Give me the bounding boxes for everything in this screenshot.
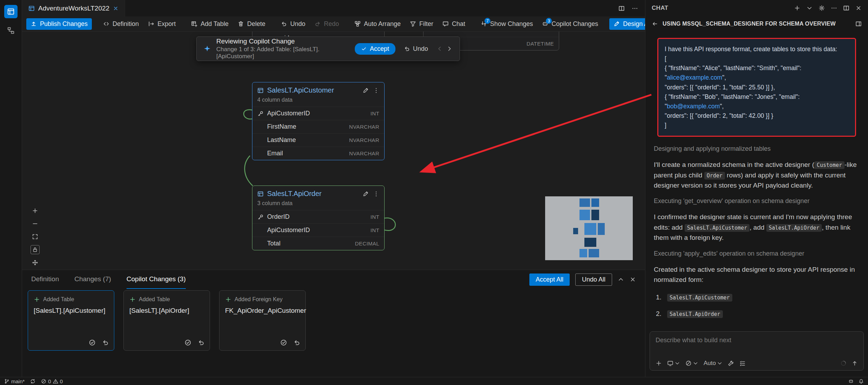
pan-mode-button[interactable] xyxy=(30,258,40,267)
undo-all-button[interactable]: Undo All xyxy=(575,273,612,286)
toolbar-button-show-changes[interactable]: 7Show Changes xyxy=(476,18,537,30)
accept-change-button[interactable]: Accept xyxy=(355,43,395,55)
previous-change-icon[interactable] xyxy=(436,46,443,52)
mode-picker[interactable] xyxy=(685,360,698,366)
toolbar-button-export[interactable]: Export xyxy=(144,18,180,30)
toolbar-button-definition[interactable]: Definition xyxy=(99,18,143,30)
column-name: Email xyxy=(267,150,283,157)
open-chat-editor-icon[interactable] xyxy=(843,5,849,11)
split-editor-icon[interactable] xyxy=(618,5,625,12)
discard-change-icon[interactable] xyxy=(198,339,205,346)
list-marker: 2. xyxy=(656,310,663,318)
toolbar-button-delete[interactable]: Delete xyxy=(233,18,270,30)
panel-tab-copilot-changes-3[interactable]: Copilot Changes (3) xyxy=(127,270,186,289)
add-table-icon xyxy=(191,21,197,27)
activity-schema-visualizer[interactable] xyxy=(4,24,18,37)
column-row[interactable]: TotalDECIMAL xyxy=(252,237,384,250)
change-card-saleslt-apiorder[interactable]: Added Table[SalesLT].[ApiOrder] xyxy=(123,290,210,351)
diff-added-icon xyxy=(129,296,136,303)
sync-indicator[interactable] xyxy=(30,379,35,384)
toolbar-button-label: Delete xyxy=(247,20,265,28)
branch-name: main* xyxy=(11,378,25,384)
code-chip: Order xyxy=(704,172,725,180)
toolbar-button-auto-arrange[interactable]: Auto Arrange xyxy=(350,18,405,30)
model-picker[interactable]: Auto xyxy=(704,360,723,367)
table-designer-icon xyxy=(7,8,15,15)
table-menu-icon[interactable] xyxy=(373,191,379,197)
chat-more-icon[interactable] xyxy=(831,5,837,11)
column-name: FirstName xyxy=(267,123,296,130)
chat-input-box[interactable]: Describe what to build next Auto xyxy=(650,331,864,371)
tasklist-icon[interactable] xyxy=(739,360,746,366)
discard-change-icon[interactable] xyxy=(293,339,300,346)
close-chat-icon[interactable] xyxy=(855,5,862,11)
close-tab-icon[interactable] xyxy=(113,6,118,11)
change-name: [SalesLT].[ApiOrder] xyxy=(129,307,204,315)
chat-settings-icon[interactable] xyxy=(819,5,825,11)
collapse-panel-icon[interactable] xyxy=(618,276,624,283)
design-icon xyxy=(613,21,620,27)
device-picker[interactable] xyxy=(667,360,680,366)
toolbar-button-filter[interactable]: Filter xyxy=(406,18,438,30)
panel-tab-changes-7[interactable]: Changes (7) xyxy=(74,270,111,289)
table-menu-icon[interactable] xyxy=(373,87,379,94)
back-icon[interactable] xyxy=(652,21,658,27)
new-chat-icon[interactable] xyxy=(794,5,800,11)
column-type: DECIMAL xyxy=(355,241,379,246)
tab-adventureworks[interactable]: AdventureWorksLT2022 xyxy=(22,0,125,16)
toolbar-button-copilot-changes[interactable]: 3Copilot Changes xyxy=(538,18,602,30)
toolbar-button-publish-changes[interactable]: Publish Changes xyxy=(26,18,92,30)
table-meta: 3 column data xyxy=(252,200,384,210)
activity-schema-designer[interactable] xyxy=(4,5,18,18)
tools-icon[interactable] xyxy=(728,360,734,366)
changes-panel: DefinitionChanges (7)Copilot Changes (3)… xyxy=(22,270,645,377)
edit-table-icon[interactable] xyxy=(362,191,369,197)
attach-context-icon[interactable] xyxy=(656,360,662,366)
more-actions-icon[interactable] xyxy=(632,5,638,12)
change-name: [SalesLT].[ApiCustomer] xyxy=(34,307,108,315)
discard-change-icon[interactable] xyxy=(102,339,109,346)
column-row[interactable]: EmailNVARCHAR xyxy=(252,147,384,160)
zoom-fit-button[interactable] xyxy=(30,232,40,241)
column-row[interactable]: LastNameNVARCHAR xyxy=(252,133,384,147)
accept-change-icon[interactable] xyxy=(89,339,96,346)
zoom-out-button[interactable] xyxy=(30,219,40,228)
accept-change-icon[interactable] xyxy=(184,339,191,346)
toolbar-button-label: Publish Changes xyxy=(40,20,88,28)
table-node-apicustomer[interactable]: SalesLT.ApiCustomer 4 column data ApiCus… xyxy=(252,82,385,160)
change-card-fk-apiorder-apicustomer[interactable]: Added Foreign KeyFK_ApiOrder_ApiCustomer xyxy=(219,290,306,351)
table-node-apiorder[interactable]: SalesLT.ApiOrder 3 column data OrderIDIN… xyxy=(252,185,385,250)
send-icon[interactable] xyxy=(852,360,858,366)
toolbar-button-chat[interactable]: Chat xyxy=(438,18,469,30)
lock-canvas-button[interactable] xyxy=(30,245,40,254)
problems-indicator[interactable]: 0 0 xyxy=(41,378,63,384)
notifications-bell-icon[interactable] xyxy=(859,379,864,384)
accept-change-icon[interactable] xyxy=(280,339,287,346)
email-link[interactable]: alice@example.com xyxy=(667,74,722,81)
chat-paragraph: I'll create a normalized schema in the a… xyxy=(654,160,860,190)
column-row[interactable]: FirstNameNVARCHAR xyxy=(252,120,384,133)
vscode-window: AdventureWorksLT2022 Publish ChangesDefi… xyxy=(0,0,868,385)
accept-all-button[interactable]: Accept All xyxy=(529,273,570,286)
zoom-in-button[interactable] xyxy=(30,206,40,215)
copilot-status-icon[interactable] xyxy=(848,379,854,384)
open-layout-icon[interactable] xyxy=(855,21,862,27)
close-panel-icon[interactable] xyxy=(630,276,636,283)
chat-history-chevron-icon[interactable] xyxy=(806,5,813,11)
toolbar-button-add-table[interactable]: Add Table xyxy=(187,18,233,30)
toolbar-button-undo[interactable]: Undo xyxy=(277,18,310,30)
next-change-icon[interactable] xyxy=(446,46,453,52)
table-columns: OrderIDINTApiCustomerIDINTTotalDECIMAL xyxy=(252,210,384,250)
edit-table-icon[interactable] xyxy=(362,87,369,94)
column-row[interactable]: OrderIDINT xyxy=(252,210,384,223)
undo-change-button[interactable]: Undo xyxy=(401,43,431,55)
minimap[interactable] xyxy=(545,196,633,260)
email-link[interactable]: bob@example.com xyxy=(667,103,720,110)
column-row[interactable]: ApiCustomerIDINT xyxy=(252,107,384,120)
schema-canvas[interactable]: rowguid UNIQUEIDENTIFIER Date DATETIME R… xyxy=(22,32,645,270)
column-row[interactable]: ApiCustomerIDINT xyxy=(252,223,384,237)
toolbar-button-redo[interactable]: Redo xyxy=(310,18,343,30)
panel-tab-definition[interactable]: Definition xyxy=(31,270,59,289)
branch-indicator[interactable]: main* xyxy=(4,378,25,384)
change-card-saleslt-apicustomer[interactable]: Added Table[SalesLT].[ApiCustomer] xyxy=(28,290,114,351)
